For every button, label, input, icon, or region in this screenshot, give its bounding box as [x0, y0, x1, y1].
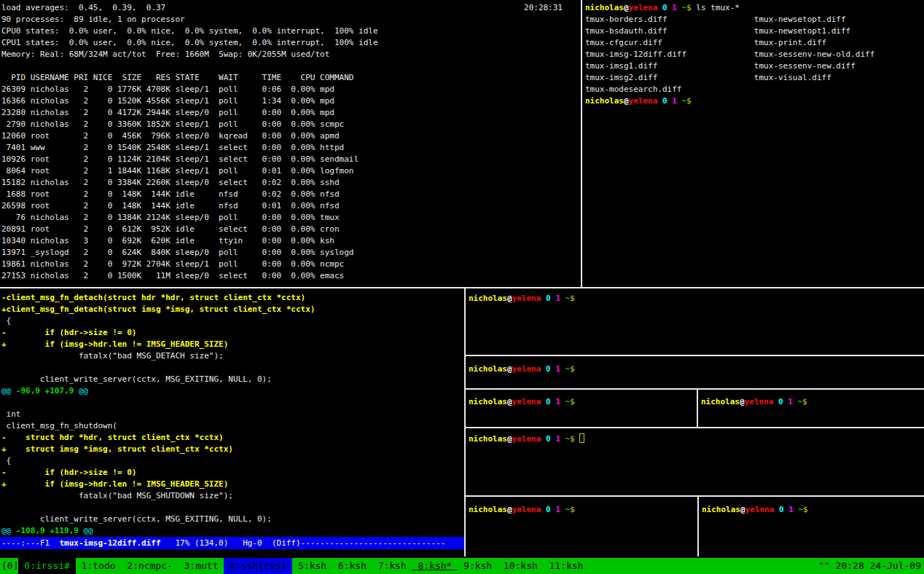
shell-pane-3-right[interactable]: nicholas@yelena 0 1 ~$ — [698, 390, 924, 427]
shell-prompt: nicholas@yelena 0 1 ~$ — [469, 434, 575, 444]
status-window-7[interactable]: 7:ksh — [372, 558, 412, 574]
prompt-line: nicholas@yelena 0 1 ~$ — [469, 363, 924, 375]
text-segment: @@ — [1, 386, 11, 396]
terminal-cursor — [579, 433, 584, 443]
status-window-9[interactable]: 9:ksh — [458, 558, 498, 574]
shell-prompt: nicholas@yelena 0 1 ~$ — [469, 397, 575, 406]
prompt-part: nicholas — [469, 434, 507, 444]
prompt-part: @ — [507, 505, 512, 514]
prompt-part: yelena — [745, 505, 775, 514]
prompt-part: 0 — [662, 3, 667, 12]
shell-prompt: nicholas@yelena 0 1 ~$ — [469, 294, 575, 303]
prompt-part — [541, 397, 546, 406]
shell-pane-4-active[interactable]: nicholas@yelena 0 1 ~$ — [466, 428, 924, 495]
command-line: nicholas@yelena 0 1 ~$ ls tmux-* — [585, 2, 924, 14]
emacs-pane[interactable]: -client_msg_fn_detach(struct hdr *hdr, s… — [0, 288, 464, 557]
status-window-5[interactable]: 5:ksh — [292, 558, 332, 574]
diff-line-rem: -client_msg_fn_detach(struct hdr *hdr, s… — [1, 292, 464, 304]
pane-border-vertical-bottom[interactable] — [464, 288, 466, 557]
top-clock: 20:28:31 — [524, 2, 563, 14]
diff-line-add: +client_msg_fn_detach(struct imsg *imsg,… — [1, 304, 464, 315]
session-name: [0] — [0, 558, 18, 574]
status-window-2[interactable]: 2:ncmpc- — [121, 558, 178, 574]
prompt-part: $ — [802, 397, 807, 406]
prompt-part — [541, 364, 546, 374]
shell-pane-5-right[interactable]: nicholas@yelena 0 1 ~$ — [699, 497, 924, 557]
prompt-part: @ — [624, 3, 629, 12]
status-window-4[interactable]: 4:ssh[cvs] — [224, 558, 292, 574]
top-pane[interactable]: 20:28:31 load averages: 0.45, 0.39, 0.37… — [0, 0, 580, 286]
prompt-part — [657, 96, 662, 106]
status-window-8[interactable]: 8:ksh* — [412, 558, 458, 574]
status-window-0[interactable]: 0:irssi# — [18, 558, 75, 574]
prompt-part: $ — [570, 434, 575, 444]
prompt-part: @ — [507, 294, 512, 303]
prompt-part: 1 — [555, 364, 560, 374]
text-segment: @@ — [1, 526, 11, 535]
status-window-1[interactable]: 1:todo — [76, 558, 122, 574]
prompt-part: yelena — [512, 505, 541, 514]
shell-pane-3-left[interactable]: nicholas@yelena 0 1 ~$ — [466, 390, 697, 427]
diff-line-ctx — [1, 502, 464, 514]
diff-line-ctx — [1, 397, 464, 409]
text-segment: -96,9 +107,9 — [11, 386, 79, 396]
diff-line-ctx: fatalx("bad MSG_SHUTDOWN size"); — [1, 490, 464, 502]
prompt-part: 1 — [788, 397, 793, 406]
prompt-line: nicholas@yelena 0 1 ~$ — [469, 396, 697, 408]
diff-line-ctx: { — [1, 315, 464, 327]
prompt-part: $ — [686, 3, 692, 12]
prompt-part: 0 — [662, 96, 667, 106]
prompt-part: 0 — [546, 364, 551, 374]
prompt-part: @ — [507, 397, 512, 406]
prompt-part: yelena — [512, 294, 541, 303]
tmux-screen: 20:28:31 load averages: 0.45, 0.39, 0.37… — [0, 0, 924, 574]
pane-border-vertical-top[interactable] — [581, 0, 582, 287]
shell-prompt: nicholas@yelena 0 1 ~$ — [469, 505, 575, 514]
prompt-part — [541, 294, 546, 303]
status-window-3[interactable]: 3:mutt — [179, 558, 224, 574]
prompt-part: nicholas — [469, 397, 507, 406]
prompt-part: yelena — [629, 96, 658, 106]
diff-line-ctx: client_msg_fn_shutdown( — [1, 420, 464, 432]
prompt-part: 0 — [546, 505, 551, 514]
prompt-part: nicholas — [469, 364, 507, 374]
text-segment: -108,9 +119,9 — [11, 526, 83, 535]
prompt-part: 0 — [779, 505, 784, 514]
diff-line-ctx — [1, 362, 464, 374]
prompt-line: nicholas@yelena 0 1 ~$ — [469, 504, 697, 516]
shell-pane-ls[interactable]: nicholas@yelena 0 1 ~$ ls tmux-* tmux-bo… — [584, 0, 924, 286]
window-list: 0:irssi# 1:todo 2:ncmpc- 3:mutt 4:ssh[cv… — [18, 558, 589, 574]
shell-pane-5-left[interactable]: nicholas@yelena 0 1 ~$ — [466, 497, 697, 557]
text-segment: ----:---F1 — [1, 538, 59, 548]
prompt-part — [541, 434, 546, 444]
status-clock-date: "" 20:28 24-Jul-09 — [818, 558, 924, 574]
prompt-part — [657, 3, 662, 12]
shell-pane-2[interactable]: nicholas@yelena 0 1 ~$ — [466, 356, 924, 388]
status-window-10[interactable]: 10:ksh — [498, 558, 544, 574]
process-table: PID USERNAME PRI NICE SIZE RES STATE WAI… — [1, 72, 580, 282]
prompt-line: nicholas@yelena 0 1 ~$ — [701, 396, 924, 408]
text-segment: tmux-imsg-12diff.diff — [59, 538, 160, 548]
shell-pane-1[interactable]: nicholas@yelena 0 1 ~$ — [466, 288, 924, 355]
shell-prompt: nicholas@yelena 0 1 ~$ — [702, 505, 808, 514]
top-summary-lines: load averages: 0.45, 0.39, 0.37 90 proce… — [1, 2, 580, 60]
prompt-line: nicholas@yelena 0 1 ~$ — [702, 504, 924, 516]
diff-line-hunk: @@ -96,9 +107,9 @@ — [1, 385, 464, 397]
shell-prompt: nicholas@yelena 0 1 ~$ — [585, 96, 692, 106]
diff-line-rem: - if (hdr->size != 0) — [1, 467, 464, 479]
diff-content: -client_msg_fn_detach(struct hdr *hdr, s… — [0, 292, 464, 537]
prompt-part: nicholas — [469, 294, 507, 303]
diff-line-ctx: fatalx("bad MSG_DETACH size"); — [1, 350, 464, 362]
diff-line-hunk: @@ -108,9 +119,9 @@ — [1, 525, 464, 537]
prompt-part: $ — [686, 96, 692, 106]
diff-line-add: + if (imsg->hdr.len != IMSG_HEADER_SIZE) — [1, 339, 464, 350]
status-window-6[interactable]: 6:ksh — [332, 558, 372, 574]
prompt-part: yelena — [745, 397, 774, 406]
status-window-11[interactable]: 11:ksh — [544, 558, 590, 574]
prompt-part: nicholas — [701, 397, 740, 406]
prompt-part: @ — [740, 397, 745, 406]
prompt-part: nicholas — [585, 3, 624, 12]
prompt-part: 1 — [555, 397, 560, 406]
text-segment: 17% (134,0) Hg-0 (Diff)-----------------… — [161, 538, 446, 548]
prompt-part — [773, 397, 778, 406]
